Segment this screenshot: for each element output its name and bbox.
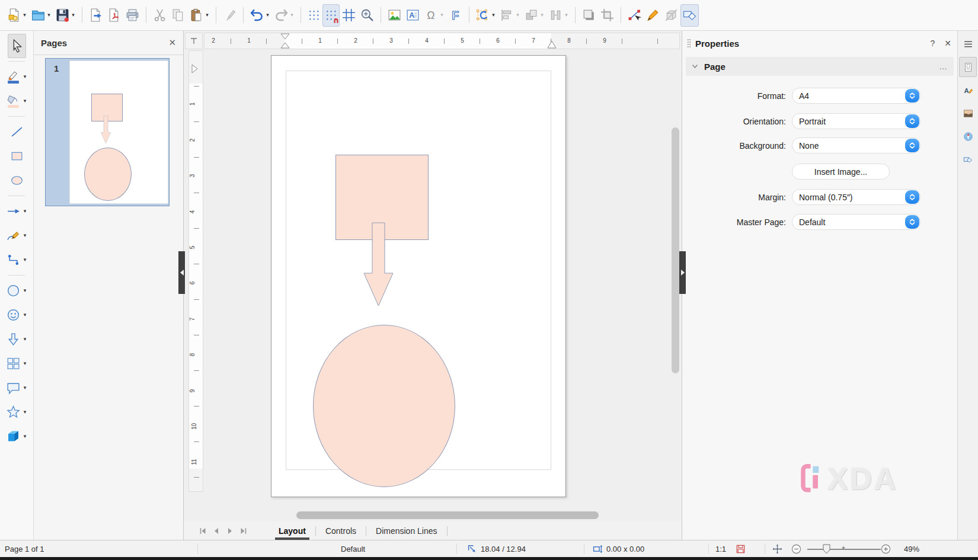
sidebar-tab-shapes[interactable] [959, 149, 977, 169]
insert-image-button-sidebar[interactable]: Insert Image... [792, 164, 890, 180]
3d-objects-dropdown-arrow[interactable]: ▾ [23, 434, 28, 439]
new-document-button[interactable]: ▾ [5, 4, 29, 27]
top-margin-marker-icon[interactable] [191, 64, 201, 73]
margin-select[interactable]: Normal (0.75″) [792, 189, 921, 205]
redo-dropdown-arrow[interactable]: ▾ [289, 12, 295, 18]
sidebar-settings-button[interactable] [959, 34, 977, 54]
edit-points-button[interactable] [625, 4, 644, 27]
basic-shapes-button[interactable]: ▾ [4, 279, 30, 303]
stars-button[interactable]: ▾ [4, 400, 30, 424]
line-color-dropdown-arrow[interactable]: ▾ [23, 74, 28, 79]
insert-text-box-button[interactable]: A [404, 4, 422, 27]
zoom-slider-thumb[interactable] [823, 544, 830, 554]
sidebar-tab-properties[interactable] [959, 57, 977, 77]
page-thumbnail[interactable]: 1 [45, 58, 170, 206]
object-size-status[interactable]: 0.00 x 0.00 [593, 540, 644, 557]
horizontal-ruler[interactable]: 21123456789 [204, 33, 680, 49]
hide-sidebar-handle[interactable] [679, 251, 686, 294]
new-dropdown-arrow[interactable]: ▾ [22, 12, 27, 18]
vertical-ruler[interactable]: 1234567891011 [188, 50, 203, 492]
properties-close-button[interactable]: ✕ [943, 39, 953, 48]
transformations-button[interactable]: ▾ [474, 4, 498, 27]
scale-status[interactable]: 1:1 [715, 540, 726, 557]
background-select[interactable]: None [792, 137, 921, 153]
left-indent-marker-icon[interactable] [280, 33, 290, 49]
rectangle-tool-button[interactable] [8, 144, 26, 168]
sidebar-tab-navigator[interactable] [959, 126, 977, 146]
sidebar-tab-styles[interactable]: A [959, 80, 977, 100]
flowchart-button[interactable]: ▾ [4, 351, 30, 376]
circle-shape[interactable] [313, 325, 455, 487]
template-status[interactable]: Default [341, 540, 365, 557]
print-button[interactable] [123, 4, 142, 27]
crop-image-button[interactable] [598, 4, 616, 27]
export-button[interactable] [87, 4, 105, 27]
line-color-button[interactable]: ▾ [4, 65, 30, 89]
callouts-button[interactable]: ▾ [4, 376, 30, 400]
arrange-dropdown-arrow[interactable]: ▾ [539, 12, 545, 18]
vertical-scrollbar-thumb[interactable] [672, 127, 679, 373]
connectors-dropdown-arrow[interactable]: ▾ [23, 257, 28, 263]
redo-button[interactable]: ▾ [272, 4, 296, 27]
ruler-origin-button[interactable] [185, 33, 203, 49]
insert-fontwork-button[interactable]: F [446, 4, 465, 27]
tab-layout[interactable]: Layout [269, 521, 315, 540]
panel-grip-icon[interactable] [687, 39, 691, 48]
display-grid-button[interactable] [305, 4, 322, 27]
last-page-button[interactable] [236, 524, 250, 537]
zoom-in-button[interactable] [881, 540, 891, 557]
fit-page-button[interactable] [772, 540, 782, 557]
special-character-dropdown-arrow[interactable]: ▾ [439, 12, 445, 18]
insert-special-character-button[interactable]: Ω ▾ [422, 4, 446, 27]
tab-controls[interactable]: Controls [316, 521, 366, 540]
save-button[interactable]: ▾ [53, 4, 78, 27]
horizontal-scrollbar-thumb[interactable] [296, 511, 599, 519]
hide-pages-panel-handle[interactable] [178, 251, 185, 294]
properties-help-button[interactable]: ? [926, 39, 938, 48]
snap-to-grid-button[interactable] [322, 4, 340, 27]
margin-spinner-icon[interactable] [905, 190, 919, 204]
undo-button[interactable]: ▾ [248, 4, 272, 27]
fill-color-button[interactable]: ▾ [4, 89, 30, 113]
symbol-shapes-dropdown-arrow[interactable]: ▾ [23, 312, 28, 318]
connectors-button[interactable]: ▾ [4, 248, 30, 272]
open-dropdown-arrow[interactable]: ▾ [46, 12, 52, 18]
lines-and-arrows-button[interactable]: ▾ [4, 199, 30, 223]
master-page-spinner-icon[interactable] [905, 215, 919, 229]
open-button[interactable]: ▾ [29, 4, 53, 27]
undo-dropdown-arrow[interactable]: ▾ [265, 12, 270, 18]
insert-line-button[interactable] [8, 120, 26, 144]
basic-shapes-dropdown-arrow[interactable]: ▾ [23, 288, 28, 293]
cursor-position-status[interactable]: 18.04 / 12.94 [467, 540, 526, 557]
tab-dimension-lines[interactable]: Dimension Lines [366, 521, 447, 540]
arrange-button[interactable]: ▾ [522, 4, 546, 27]
previous-page-button[interactable] [209, 524, 223, 537]
ellipse-tool-button[interactable] [8, 168, 26, 193]
align-dropdown-arrow[interactable]: ▾ [515, 12, 520, 18]
block-arrows-dropdown-arrow[interactable]: ▾ [23, 337, 28, 342]
sidebar-tab-gallery[interactable] [959, 103, 977, 123]
paste-dropdown-arrow[interactable]: ▾ [204, 12, 210, 18]
helplines-button[interactable] [340, 4, 358, 27]
toggle-extrusion-button[interactable] [662, 4, 680, 27]
copy-button[interactable] [169, 4, 187, 27]
first-page-button[interactable] [196, 524, 209, 537]
gluepoints-button[interactable] [644, 4, 662, 27]
unsaved-changes-indicator[interactable] [736, 540, 746, 557]
page-count-status[interactable]: Page 1 of 1 [5, 540, 44, 557]
transformations-dropdown-arrow[interactable]: ▾ [491, 12, 496, 18]
zoom-level-status[interactable]: 49% [904, 540, 919, 557]
select-tool-button[interactable] [8, 34, 26, 58]
background-spinner-icon[interactable] [905, 139, 919, 152]
3d-objects-button[interactable]: ▾ [4, 424, 30, 449]
show-draw-functions-button[interactable] [680, 4, 699, 27]
orientation-select[interactable]: Portrait [792, 113, 921, 129]
master-page-select[interactable]: Default [792, 214, 921, 230]
block-arrows-button[interactable]: ▾ [4, 327, 30, 351]
down-arrow-shape[interactable] [363, 222, 394, 306]
zoom-button[interactable] [358, 4, 376, 27]
curves-dropdown-arrow[interactable]: ▾ [23, 233, 28, 238]
format-spinner-icon[interactable] [905, 89, 919, 103]
insert-image-button[interactable] [385, 4, 404, 27]
distribute-dropdown-arrow[interactable]: ▾ [564, 12, 569, 18]
